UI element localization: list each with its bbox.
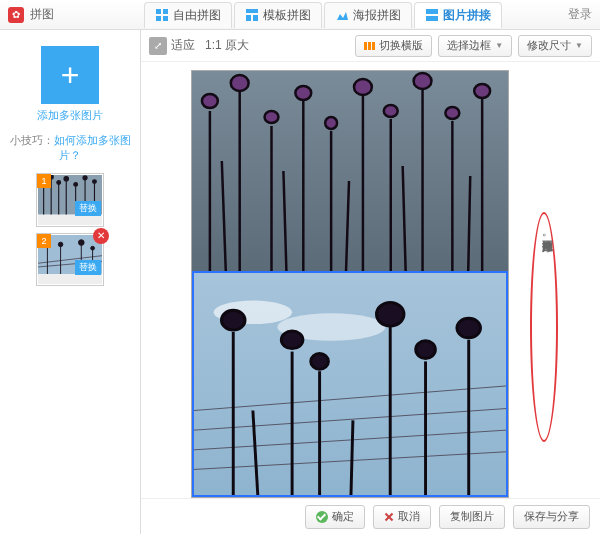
login-link[interactable]: 登录 xyxy=(568,6,592,23)
svg-point-49 xyxy=(384,105,398,117)
svg-rect-2 xyxy=(156,16,161,21)
svg-point-30 xyxy=(58,242,63,247)
svg-point-39 xyxy=(231,75,249,91)
svg-rect-3 xyxy=(163,16,168,21)
stitch-icon xyxy=(425,8,439,22)
close-icon xyxy=(384,512,394,522)
tab-label: 海报拼图 xyxy=(353,7,401,24)
button-label: 选择边框 xyxy=(447,38,491,53)
canvas-area: ⤢ 适应 1:1 原大 切换横版 选择边框 ▼ 修改尺寸 ▼ xyxy=(140,30,600,534)
main: + 添加多张图片 小技巧：如何添加多张图片？ 1 xyxy=(0,30,600,534)
tab-template-collage[interactable]: 模板拼图 xyxy=(234,2,322,28)
template-icon xyxy=(245,8,259,22)
app-title: 拼图 xyxy=(30,6,54,23)
thumbnail-replace-button[interactable]: 替换 xyxy=(75,201,101,216)
annotation-text: 可拖动图片更换顺序。 xyxy=(540,232,554,243)
tabs: 自由拼图 模板拼图 海报拼图 图片拼接 xyxy=(144,2,502,28)
thumbnail-remove-button[interactable]: ✕ xyxy=(93,228,109,244)
svg-point-47 xyxy=(354,79,372,95)
thumbnail-bar xyxy=(38,274,102,284)
chevron-down-icon: ▼ xyxy=(575,41,583,50)
svg-point-17 xyxy=(64,177,69,182)
svg-point-21 xyxy=(83,176,87,180)
cancel-button[interactable]: 取消 xyxy=(373,505,431,529)
tip-text: 小技巧：如何添加多张图片？ xyxy=(6,133,134,163)
select-border-button[interactable]: 选择边框 ▼ xyxy=(438,35,512,57)
check-icon xyxy=(316,511,328,523)
top-bar: ✿ 拼图 自由拼图 模板拼图 海报拼图 图片拼接 登录 xyxy=(0,0,600,30)
button-label: 切换横版 xyxy=(379,38,423,53)
svg-point-37 xyxy=(202,94,218,108)
svg-rect-5 xyxy=(246,15,251,21)
image-content xyxy=(194,273,506,495)
image-content xyxy=(192,71,508,271)
thumbnail-index-badge: 2 xyxy=(37,234,51,248)
zoom-label[interactable]: 1:1 原大 xyxy=(205,37,249,54)
tip-link[interactable]: 如何添加多张图片？ xyxy=(54,134,131,161)
thumbnail-list: 1 替换 2 xyxy=(6,173,134,286)
plus-icon: + xyxy=(61,57,80,94)
annotation-circle xyxy=(530,212,558,442)
thumbnail-index-badge: 1 xyxy=(37,174,51,188)
poster-icon xyxy=(335,8,349,22)
switch-layout-button[interactable]: 切换横版 xyxy=(355,35,432,57)
workspace[interactable]: 可拖动图片更换顺序。 xyxy=(141,62,600,498)
tab-free-collage[interactable]: 自由拼图 xyxy=(144,2,232,28)
svg-rect-8 xyxy=(426,16,438,21)
svg-point-45 xyxy=(325,117,337,129)
tab-poster-collage[interactable]: 海报拼图 xyxy=(324,2,412,28)
button-label: 复制图片 xyxy=(450,509,494,524)
svg-point-73 xyxy=(311,354,329,370)
app-logo-icon: ✿ xyxy=(8,7,24,23)
svg-point-51 xyxy=(414,73,432,89)
ok-button[interactable]: 确定 xyxy=(305,505,365,529)
thumbnail-replace-button[interactable]: 替换 xyxy=(75,260,101,275)
svg-point-41 xyxy=(265,111,279,123)
svg-point-77 xyxy=(416,341,436,359)
collage-image-2-selected[interactable] xyxy=(192,271,508,497)
svg-point-15 xyxy=(57,181,61,185)
svg-point-75 xyxy=(376,302,403,326)
save-share-button[interactable]: 保存与分享 xyxy=(513,505,590,529)
add-images-button[interactable]: + xyxy=(41,46,99,104)
grid-icon xyxy=(155,8,169,22)
tab-label: 模板拼图 xyxy=(263,7,311,24)
layout-icon xyxy=(364,42,375,50)
thumbnail-bar xyxy=(38,215,102,225)
svg-point-79 xyxy=(457,318,481,338)
svg-rect-7 xyxy=(426,9,438,14)
svg-point-19 xyxy=(74,183,78,187)
tab-label: 图片拼接 xyxy=(443,7,491,24)
tab-image-stitch[interactable]: 图片拼接 xyxy=(414,2,502,28)
button-label: 保存与分享 xyxy=(524,509,579,524)
collage-image-1[interactable] xyxy=(192,71,508,271)
tab-label: 自由拼图 xyxy=(173,7,221,24)
sidebar: + 添加多张图片 小技巧：如何添加多张图片？ 1 xyxy=(0,30,140,534)
resize-button[interactable]: 修改尺寸 ▼ xyxy=(518,35,592,57)
toolbar-right: 切换横版 选择边框 ▼ 修改尺寸 ▼ xyxy=(355,35,592,57)
button-label: 取消 xyxy=(398,509,420,524)
collage-container[interactable] xyxy=(191,70,509,498)
svg-point-69 xyxy=(221,310,245,330)
fit-label[interactable]: 适应 xyxy=(171,37,195,54)
button-label: 修改尺寸 xyxy=(527,38,571,53)
svg-point-23 xyxy=(93,180,97,184)
svg-point-53 xyxy=(445,107,459,119)
thumbnail-item[interactable]: 2 ✕ 替换 xyxy=(36,233,104,287)
svg-rect-6 xyxy=(253,15,258,21)
canvas-toolbar: ⤢ 适应 1:1 原大 切换横版 选择边框 ▼ 修改尺寸 ▼ xyxy=(141,30,600,62)
bottom-bar: 确定 取消 复制图片 保存与分享 xyxy=(141,498,600,534)
svg-point-55 xyxy=(474,84,490,98)
toolbar-left: ⤢ 适应 1:1 原大 xyxy=(149,37,249,55)
svg-point-32 xyxy=(78,239,84,245)
copy-image-button[interactable]: 复制图片 xyxy=(439,505,505,529)
fit-icon[interactable]: ⤢ xyxy=(149,37,167,55)
svg-line-81 xyxy=(351,420,353,495)
svg-point-34 xyxy=(91,246,95,250)
svg-point-43 xyxy=(295,86,311,100)
close-icon: ✕ xyxy=(97,230,105,241)
svg-rect-0 xyxy=(156,9,161,14)
thumbnail-item[interactable]: 1 替换 xyxy=(36,173,104,227)
button-label: 确定 xyxy=(332,509,354,524)
tip-prefix: 小技巧： xyxy=(10,134,54,146)
